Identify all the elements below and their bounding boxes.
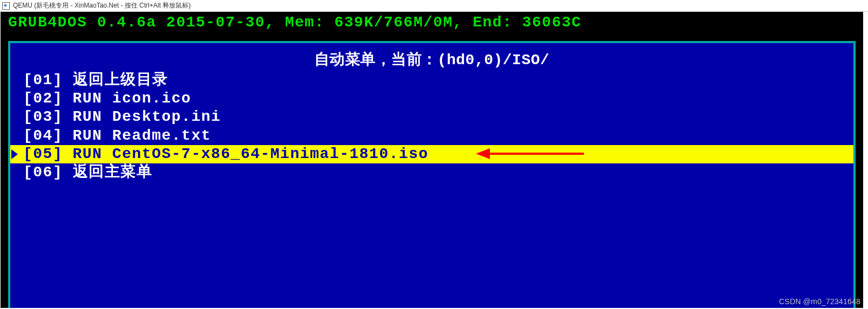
- app-icon: [2, 2, 10, 10]
- menu-box: 自动菜单，当前：(hd0,0)/ISO/ [01] 返回上级目录 [02] RU…: [8, 41, 856, 308]
- window-titlebar[interactable]: QEMU (新毛桃专用 - XinMaoTao.Net - 按住 Ctrl+Al…: [0, 0, 868, 12]
- menu-item-01[interactable]: [01] 返回上级目录: [10, 71, 853, 90]
- menu-item-04[interactable]: [04] RUN Readme.txt: [10, 127, 853, 145]
- watermark: CSDN @m0_72341648: [779, 297, 860, 306]
- menu-item-03[interactable]: [03] RUN Desktop.ini: [10, 108, 853, 126]
- qemu-console[interactable]: GRUB4DOS 0.4.6a 2015-07-30, Mem: 639K/76…: [1, 12, 863, 308]
- menu-title: 自动菜单，当前：(hd0,0)/ISO/: [10, 53, 853, 68]
- menu-item-06[interactable]: [06] 返回主菜单: [10, 163, 853, 182]
- grub-header: GRUB4DOS 0.4.6a 2015-07-30, Mem: 639K/76…: [1, 12, 863, 33]
- menu-item-05-selected[interactable]: [05] RUN CentOS-7-x86_64-Minimal-1810.is…: [10, 145, 853, 163]
- window-title: QEMU (新毛桃专用 - XinMaoTao.Net - 按住 Ctrl+Al…: [13, 1, 191, 10]
- menu-item-02[interactable]: [02] RUN icon.ico: [10, 90, 853, 108]
